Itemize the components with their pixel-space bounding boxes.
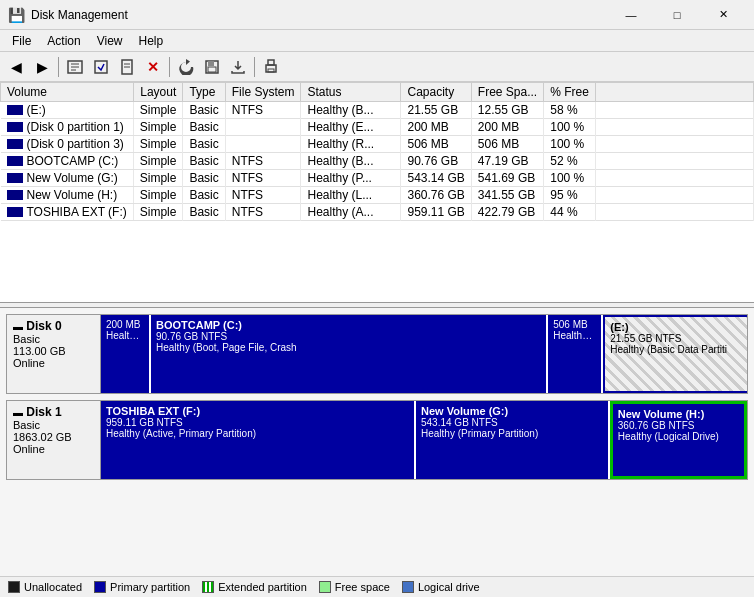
cell-extra <box>595 136 753 153</box>
table-row[interactable]: (Disk 0 partition 3)SimpleBasicHealthy (… <box>1 136 754 153</box>
title-bar: 💾 Disk Management — □ ✕ <box>0 0 754 30</box>
disk1-status: Online <box>13 443 94 455</box>
cell-free: 12.55 GB <box>471 102 543 119</box>
cell-fs: NTFS <box>225 153 301 170</box>
toolbar-btn-export[interactable] <box>226 55 250 79</box>
cell-extra <box>595 102 753 119</box>
toolbar: ◀ ▶ ✕ <box>0 52 754 82</box>
window-title: Disk Management <box>31 8 128 22</box>
disk1-part-h[interactable]: New Volume (H:) 360.76 GB NTFS Healthy (… <box>610 401 747 479</box>
cell-free: 200 MB <box>471 119 543 136</box>
cell-capacity: 506 MB <box>401 136 471 153</box>
svg-rect-4 <box>95 61 107 73</box>
toolbar-forward[interactable]: ▶ <box>30 55 54 79</box>
cell-type: Basic <box>183 170 225 187</box>
maximize-button[interactable]: □ <box>654 0 700 30</box>
menu-view[interactable]: View <box>89 32 131 50</box>
disk0-icon: ▬ <box>13 321 23 332</box>
cell-volume: (Disk 0 partition 1) <box>1 119 134 135</box>
menu-help[interactable]: Help <box>131 32 172 50</box>
cell-status: Healthy (P... <box>301 170 401 187</box>
toolbar-btn-4[interactable] <box>89 55 113 79</box>
menu-action[interactable]: Action <box>39 32 88 50</box>
col-freespace[interactable]: Free Spa... <box>471 83 543 102</box>
legend-freespace: Free space <box>319 581 390 593</box>
cell-pct: 52 % <box>544 153 596 170</box>
col-capacity[interactable]: Capacity <box>401 83 471 102</box>
disk1-title: ▬ Disk 1 <box>13 405 94 419</box>
disk0-size: 113.00 GB <box>13 345 94 357</box>
legend: Unallocated Primary partition Extended p… <box>0 576 754 597</box>
f-size: 959.11 GB NTFS <box>106 417 409 428</box>
efi-size: 200 MB <box>106 319 144 330</box>
toolbar-back[interactable]: ◀ <box>4 55 28 79</box>
legend-logical-box <box>402 581 414 593</box>
cell-layout: Simple <box>134 187 183 204</box>
vol-icon <box>7 105 23 115</box>
cell-fs: NTFS <box>225 204 301 221</box>
disk1-partitions: TOSHIBA EXT (F:) 959.11 GB NTFS Healthy … <box>101 400 748 480</box>
disk0-partitions: 200 MB Healthy (EFI BOOTCAMP (C:) 90.76 … <box>101 314 748 394</box>
close-button[interactable]: ✕ <box>700 0 746 30</box>
disk0-part-e[interactable]: (E:) 21.55 GB NTFS Healthy (Basic Data P… <box>603 315 747 393</box>
col-type[interactable]: Type <box>183 83 225 102</box>
cell-fs: NTFS <box>225 102 301 119</box>
disk0-label: ▬ Disk 0 Basic 113.00 GB Online <box>6 314 101 394</box>
legend-unallocated-label: Unallocated <box>24 581 82 593</box>
vol-icon <box>7 122 23 132</box>
cell-volume: New Volume (H:) <box>1 187 134 203</box>
cell-volume: New Volume (G:) <box>1 170 134 186</box>
disk1-part-g[interactable]: New Volume (G:) 543.14 GB NTFS Healthy (… <box>416 401 610 479</box>
cell-status: Healthy (B... <box>301 153 401 170</box>
table-row[interactable]: (Disk 0 partition 1)SimpleBasicHealthy (… <box>1 119 754 136</box>
h-name: New Volume (H:) <box>618 408 739 420</box>
legend-logical-label: Logical drive <box>418 581 480 593</box>
toolbar-btn-save[interactable] <box>200 55 224 79</box>
vol-icon <box>7 173 23 183</box>
cell-type: Basic <box>183 136 225 153</box>
cell-status: Healthy (R... <box>301 136 401 153</box>
col-pctfree[interactable]: % Free <box>544 83 596 102</box>
cell-status: Healthy (A... <box>301 204 401 221</box>
table-row[interactable]: New Volume (H:)SimpleBasicNTFSHealthy (L… <box>1 187 754 204</box>
col-filesystem[interactable]: File System <box>225 83 301 102</box>
toolbar-sep3 <box>254 57 255 77</box>
toolbar-btn-refresh[interactable] <box>174 55 198 79</box>
disk1-part-f[interactable]: TOSHIBA EXT (F:) 959.11 GB NTFS Healthy … <box>101 401 416 479</box>
cell-status: Healthy (L... <box>301 187 401 204</box>
disk0-part-efi[interactable]: 200 MB Healthy (EFI <box>101 315 151 393</box>
g-status: Healthy (Primary Partition) <box>421 428 603 439</box>
cell-type: Basic <box>183 187 225 204</box>
toolbar-btn-3[interactable] <box>63 55 87 79</box>
toolbar-btn-delete[interactable]: ✕ <box>141 55 165 79</box>
cell-extra <box>595 119 753 136</box>
table-row[interactable]: (E:)SimpleBasicNTFSHealthy (B...21.55 GB… <box>1 102 754 119</box>
col-extra <box>595 83 753 102</box>
cell-fs <box>225 136 301 153</box>
minimize-button[interactable]: — <box>608 0 654 30</box>
legend-unallocated: Unallocated <box>8 581 82 593</box>
cell-free: 341.55 GB <box>471 187 543 204</box>
table-row[interactable]: BOOTCAMP (C:)SimpleBasicNTFSHealthy (B..… <box>1 153 754 170</box>
menu-file[interactable]: File <box>4 32 39 50</box>
cell-capacity: 360.76 GB <box>401 187 471 204</box>
svg-rect-9 <box>208 61 214 66</box>
disk0-part-bootcamp[interactable]: BOOTCAMP (C:) 90.76 GB NTFS Healthy (Boo… <box>151 315 548 393</box>
toolbar-btn-5[interactable] <box>115 55 139 79</box>
cell-layout: Simple <box>134 153 183 170</box>
volume-table-area[interactable]: Volume Layout Type File System Status Ca… <box>0 82 754 302</box>
col-layout[interactable]: Layout <box>134 83 183 102</box>
cell-fs <box>225 119 301 136</box>
e-status: Healthy (Basic Data Partiti <box>610 344 742 355</box>
table-row[interactable]: New Volume (G:)SimpleBasicNTFSHealthy (P… <box>1 170 754 187</box>
table-row[interactable]: TOSHIBA EXT (F:)SimpleBasicNTFSHealthy (… <box>1 204 754 221</box>
f-name: TOSHIBA EXT (F:) <box>106 405 409 417</box>
title-bar-left: 💾 Disk Management <box>8 7 128 23</box>
toolbar-btn-print[interactable] <box>259 55 283 79</box>
legend-extended: Extended partition <box>202 581 307 593</box>
disk0-part-recovery[interactable]: 506 MB Healthy (Recov <box>548 315 603 393</box>
cell-volume: (Disk 0 partition 3) <box>1 136 134 152</box>
col-volume[interactable]: Volume <box>1 83 134 102</box>
cell-volume: TOSHIBA EXT (F:) <box>1 204 134 220</box>
col-status[interactable]: Status <box>301 83 401 102</box>
